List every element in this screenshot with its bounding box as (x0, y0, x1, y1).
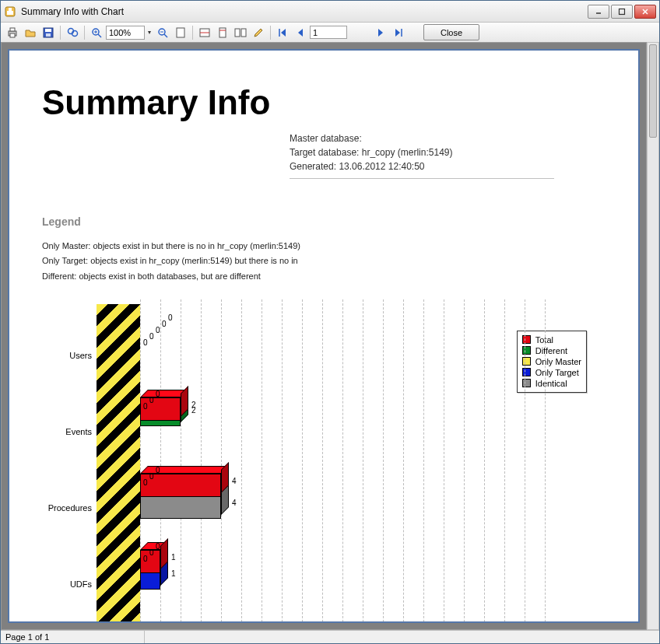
chart-category-label: Events (44, 427, 92, 436)
chart-gridline (504, 299, 505, 623)
chart-gridline (181, 299, 181, 623)
svg-rect-27 (235, 29, 240, 37)
zoom-input[interactable]: 100% (106, 26, 145, 40)
next-page-icon[interactable] (372, 25, 389, 40)
chart-data-label: 1 (171, 569, 176, 578)
window-maximize-button[interactable] (611, 5, 633, 19)
app-icon (4, 5, 16, 18)
zoom-dropdown-icon[interactable]: ▾ (146, 26, 153, 40)
statusbar: Page 1 of 1 (1, 630, 659, 643)
chart-gridline (201, 299, 202, 623)
meta-divider (290, 178, 554, 179)
meta-master-label: Master database: (290, 133, 362, 144)
chart-data-label: 2 (191, 401, 196, 409)
chart-gridline (464, 299, 465, 623)
full-page-icon[interactable] (172, 25, 189, 40)
legend-line-only-master: Only Master: objects exist in but there … (42, 239, 606, 254)
toolbar-separator (84, 26, 85, 40)
window-close-button[interactable] (634, 5, 656, 19)
meta-generated-value: 13.06.2012 12:40:50 (339, 161, 424, 172)
legend-swatch-identical (522, 379, 531, 387)
chart-gridline (221, 299, 222, 623)
chart-gridline (403, 299, 404, 623)
chart-gridline (444, 299, 444, 623)
toolbar-separator (60, 26, 61, 40)
zoom-in-icon[interactable] (88, 25, 105, 40)
chart-plot-area: Users00000Events22000Procedures44000UDFs… (97, 299, 501, 623)
zoom-value: 100% (109, 28, 131, 37)
close-button[interactable]: Close (423, 24, 479, 40)
page-number-input[interactable]: 1 (310, 26, 347, 39)
svg-line-16 (98, 34, 101, 37)
legend-label-only-master: Only Master (535, 356, 581, 367)
legend-label-identical: Identical (535, 378, 567, 389)
svg-rect-12 (46, 33, 51, 37)
chart-zero-labels: 000 (143, 391, 148, 410)
toolbar-separator (270, 26, 271, 40)
last-page-icon[interactable] (390, 25, 407, 40)
chart-gridline (525, 299, 525, 623)
prev-page-icon[interactable] (292, 25, 309, 40)
chart-zero-labels: 000 (143, 544, 148, 562)
chart-gridline (262, 299, 262, 623)
report-page: Summary Info Master database: Target dat… (8, 49, 640, 623)
chart-data-label: 1 (171, 553, 176, 562)
svg-rect-2 (9, 8, 12, 11)
titlebar: Summary Info with Chart (1, 1, 659, 23)
svg-rect-25 (219, 28, 226, 37)
svg-rect-8 (10, 28, 15, 31)
meta-target-label: Target database: (290, 147, 359, 158)
chart-gridline (282, 299, 283, 623)
meta-block: Master database: Target database: hr_cop… (290, 131, 554, 179)
page-number-value: 1 (313, 28, 318, 37)
status-page: Page 1 of 1 (1, 631, 145, 643)
chart-category-label: UDFs (44, 579, 92, 589)
legend-swatch-only-target (522, 368, 531, 376)
legend-descriptions: Only Master: objects exist in but there … (42, 239, 606, 284)
legend-title: Legend (42, 215, 606, 228)
toolbar-separator (192, 26, 193, 40)
legend-swatch-total (522, 335, 531, 344)
chart-data-label: 4 (232, 477, 237, 485)
legend-label-different: Different (535, 345, 567, 356)
close-button-label: Close (441, 28, 462, 37)
meta-target-value: hr_copy (merlin:5149) (362, 147, 453, 158)
chart-gridline (342, 299, 343, 623)
svg-rect-1 (7, 11, 13, 15)
open-icon[interactable] (22, 25, 39, 40)
chart-gridline (363, 299, 363, 623)
save-icon[interactable] (40, 25, 57, 40)
chart-zero-labels: 00000 (143, 315, 148, 346)
edit-icon[interactable] (250, 25, 267, 40)
legend-line-different: Different: objects exist in both databas… (42, 269, 606, 284)
chart-hatch-strip (97, 304, 140, 623)
svg-rect-9 (10, 33, 15, 37)
two-pages-icon[interactable] (232, 25, 249, 40)
zoom-out-icon[interactable] (154, 25, 171, 40)
svg-rect-11 (45, 29, 51, 32)
toolbar: 100% ▾ 1 Close (1, 23, 659, 43)
chart-legend: Total Different Only Master Only Target … (517, 331, 587, 393)
preview-viewport[interactable]: Summary Info Master database: Target dat… (1, 42, 647, 630)
svg-rect-22 (177, 28, 184, 37)
chart-zero-labels: 000 (143, 467, 148, 486)
svg-line-20 (164, 34, 167, 37)
svg-rect-4 (620, 9, 625, 14)
chart-gridline (484, 299, 485, 623)
scrollbar-thumb[interactable] (649, 44, 657, 138)
legend-swatch-different (522, 346, 531, 355)
window-minimize-button[interactable] (588, 5, 609, 19)
chart: Total Different Only Master Only Target … (42, 299, 587, 623)
chart-gridline (423, 299, 424, 623)
chart-gridline (545, 299, 546, 623)
chart-category-label: Users (44, 351, 92, 360)
print-icon[interactable] (4, 25, 21, 40)
first-page-icon[interactable] (274, 25, 291, 40)
chart-data-label: 4 (232, 499, 237, 507)
page-title: Summary Info (42, 83, 606, 122)
whole-page-icon[interactable] (214, 25, 231, 40)
vertical-scrollbar[interactable] (647, 42, 659, 630)
find-icon[interactable] (64, 25, 81, 40)
legend-label-only-target: Only Target (535, 367, 579, 378)
page-width-icon[interactable] (196, 25, 213, 40)
